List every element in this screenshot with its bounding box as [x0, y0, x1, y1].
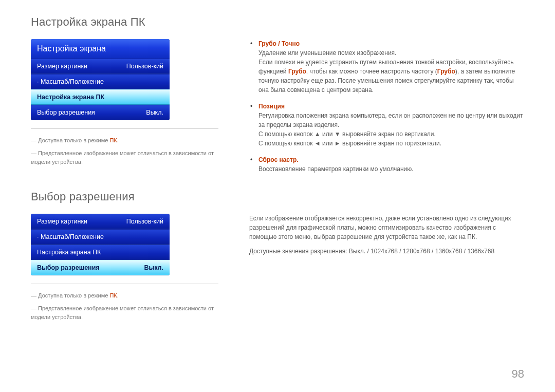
osd-row-value: Пользов-кий — [126, 218, 163, 225]
osd-menu-1: Настройка экранаРазмер картинкиПользов-к… — [31, 39, 170, 120]
osd-row[interactable]: Размер картинкиПользов-кий — [31, 214, 170, 229]
section1-body: • Грубо / Точно Удаление или уменьшение … — [249, 39, 524, 177]
bullet2-text1: Регулировка положения экрана компьютера,… — [258, 112, 523, 128]
osd-row[interactable]: Выбор разрешенияВыкл. — [31, 260, 170, 275]
osd-row-value: Выкл. — [144, 264, 163, 271]
footnote-1a: ― Доступна только в режиме ПК. — [31, 136, 218, 145]
osd-row[interactable]: · Масштаб/Положение — [31, 74, 170, 89]
osd-row-label: Размер картинки — [37, 63, 87, 70]
bullet1-title: Грубо / Точно — [258, 40, 300, 47]
osd-row-label: Выбор разрешения — [37, 109, 95, 116]
osd-row-label: Размер картинки — [37, 218, 87, 225]
footnote-2a: ― Доступна только в режиме ПК. — [31, 291, 218, 300]
bullet3-title: Сброс настр. — [258, 156, 299, 163]
osd-row-value: Пользов-кий — [126, 63, 163, 70]
bullet2-text2: С помощью кнопок ▲ или ▼ выровняйте экра… — [258, 130, 436, 138]
footnotes-2: ― Доступна только в режиме ПК. ― Предста… — [31, 284, 218, 322]
section2-para2: Доступные значения разрешения: Выкл. / 1… — [249, 247, 524, 256]
footnote-1b: ― Представленное изображение может отлич… — [31, 149, 218, 166]
section2-title: Выбор разрешения — [31, 190, 524, 203]
osd-title: Настройка экрана — [31, 39, 170, 59]
section2-body: Если изображение отображается некорректн… — [249, 214, 524, 261]
osd-row-label: · Масштаб/Положение — [37, 233, 104, 240]
page-number: 98 — [512, 367, 524, 381]
bullet1-text1: Удаление или уменьшение помех изображени… — [258, 49, 396, 57]
osd-row[interactable]: Настройка экрана ПК — [31, 89, 170, 105]
osd-row[interactable]: Выбор разрешенияВыкл. — [31, 105, 170, 120]
footnotes-1: ― Доступна только в режиме ПК. ― Предста… — [31, 128, 218, 166]
osd-row-label: Настройка экрана ПК — [37, 94, 104, 101]
osd-row[interactable]: Размер картинкиПользов-кий — [31, 59, 170, 74]
bullet2-title: Позиция — [258, 103, 285, 110]
bullet2-text3: С помощью кнопок ◄ или ► выровняйте экра… — [258, 140, 441, 147]
footnote-2b: ― Представленное изображение может отлич… — [31, 304, 218, 322]
section1-title: Настройка экрана ПК — [31, 15, 524, 29]
section2-para1: Если изображение отображается некорректн… — [249, 214, 524, 241]
osd-row-label: Настройка экрана ПК — [37, 249, 101, 256]
osd-menu-2: Размер картинкиПользов-кий· Масштаб/Поло… — [31, 214, 170, 275]
osd-row-value: Выкл. — [146, 109, 163, 116]
osd-row-label: · Масштаб/Положение — [37, 78, 104, 85]
osd-row[interactable]: · Масштаб/Положение — [31, 229, 170, 245]
osd-row[interactable]: Настройка экрана ПК — [31, 245, 170, 260]
bullet3-text1: Восстановление параметров картинки мо ум… — [258, 165, 414, 173]
osd-row-label: Выбор разрешения — [37, 264, 100, 271]
